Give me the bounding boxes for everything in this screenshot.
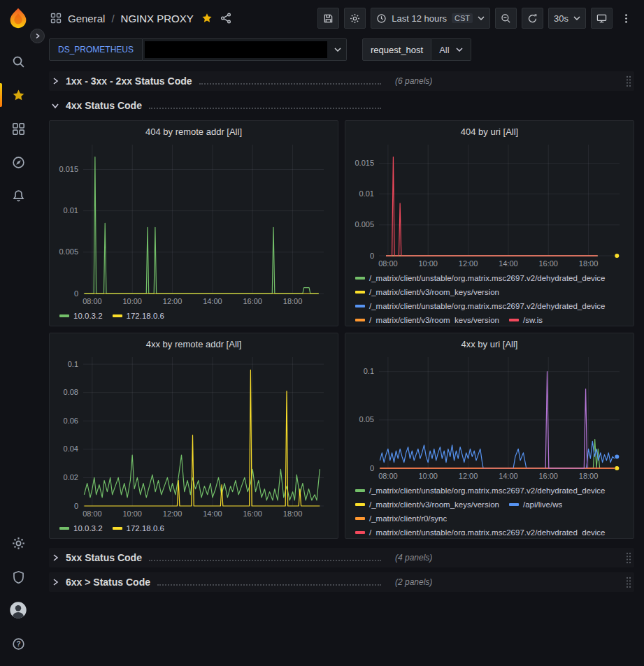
legend-label[interactable]: /_matrix/client/r0/sync <box>369 512 447 526</box>
legend-item[interactable]: /_matrix/client/v3/room_keys/version <box>355 285 499 299</box>
svg-text:0: 0 <box>74 502 78 510</box>
legend-label[interactable]: /_matrix/client/v3/room_keys/version <box>369 285 499 299</box>
row-drag-handle[interactable] <box>625 75 632 87</box>
starred-dashboards-icon[interactable] <box>0 78 36 112</box>
legend-label[interactable]: /api/live/ws <box>523 498 562 512</box>
admin-shield-icon[interactable] <box>0 560 36 593</box>
legend-label[interactable]: /sw.js <box>523 313 543 323</box>
svg-text:18:00: 18:00 <box>579 472 599 480</box>
legend-item[interactable]: /api/live/ws <box>509 498 562 512</box>
request-host-select[interactable]: All <box>431 38 471 61</box>
time-series-chart[interactable]: 00.0050.010.01508:0010:0012:0014:0016:00… <box>351 139 628 270</box>
alerting-bell-icon[interactable] <box>0 179 36 212</box>
dashboards-icon[interactable] <box>0 112 36 145</box>
chevron-down-icon[interactable] <box>51 101 59 110</box>
svg-text:12:00: 12:00 <box>163 297 183 305</box>
legend-label[interactable]: 172.18.0.6 <box>127 309 164 323</box>
help-icon[interactable]: ? <box>0 627 36 660</box>
refresh-button[interactable] <box>522 8 543 29</box>
favorite-star-icon[interactable] <box>201 13 213 24</box>
legend-color-swatch <box>113 527 122 530</box>
panel-title[interactable]: 4xx by uri [All] <box>351 337 628 352</box>
panel-title[interactable]: 404 by uri [All] <box>351 124 628 139</box>
svg-text:18:00: 18:00 <box>283 509 303 518</box>
legend-label[interactable]: 10.0.3.2 <box>73 521 103 535</box>
cycle-view-mode-button[interactable] <box>591 8 613 29</box>
legend-item[interactable]: /_matrix/client/unstable/org.matrix.msc2… <box>355 299 606 313</box>
svg-text:0.005: 0.005 <box>355 220 374 229</box>
save-dashboard-button[interactable] <box>317 8 339 29</box>
legend-label[interactable]: 172.18.0.6 <box>127 521 164 535</box>
legend-item[interactable]: /_matrix/client/v3/room_keys/version <box>355 313 499 323</box>
panel-title[interactable]: 404 by remote addr [All] <box>55 124 332 139</box>
panel-title[interactable]: 4xx by remote addr [All] <box>55 337 332 352</box>
row-title[interactable]: 4xx Status Code <box>66 100 142 111</box>
svg-text:0.015: 0.015 <box>59 165 78 173</box>
datasource-variable-button[interactable]: DS_PROMETHEUS <box>49 38 143 61</box>
legend-item[interactable]: 172.18.0.6 <box>113 309 164 323</box>
chevron-right-icon[interactable] <box>51 77 59 85</box>
legend-item[interactable]: /_matrix/client/unstable/org.matrix.msc2… <box>355 271 606 285</box>
sidebar: ? <box>0 0 36 666</box>
zoom-out-button[interactable] <box>495 8 517 29</box>
legend-label[interactable]: /_matrix/client/unstable/org.matrix.msc2… <box>369 299 606 313</box>
legend-label[interactable]: /_matrix/client/v3/room_keys/version <box>369 498 499 512</box>
legend-item[interactable]: 10.0.3.2 <box>59 521 103 535</box>
svg-text:12:00: 12:00 <box>163 509 183 518</box>
dashboard-settings-button[interactable] <box>344 8 366 29</box>
svg-text:14:00: 14:00 <box>203 297 222 305</box>
time-range-label: Last 12 hours <box>392 13 447 24</box>
svg-text:0.1: 0.1 <box>364 367 374 375</box>
legend-item[interactable]: 172.18.0.6 <box>113 521 164 535</box>
time-series-chart[interactable]: 00.020.040.060.080.108:0010:0012:0014:00… <box>55 352 332 520</box>
legend-item[interactable]: /_matrix/client/unstable/org.matrix.msc2… <box>355 526 606 535</box>
sidebar-expand-chevron[interactable] <box>30 29 45 43</box>
svg-text:12:00: 12:00 <box>459 472 478 480</box>
row-dotted-leader <box>149 103 381 109</box>
legend-label[interactable]: /_matrix/client/v3/room_keys/version <box>369 313 499 323</box>
explore-compass-icon[interactable] <box>0 145 36 179</box>
chevron-right-icon[interactable] <box>51 553 59 562</box>
row-title[interactable]: 1xx - 3xx - 2xx Status Code <box>66 75 192 87</box>
settings-gear-icon[interactable] <box>0 526 36 560</box>
more-options-kebab-button[interactable] <box>617 8 634 29</box>
legend-item[interactable]: /_matrix/client/unstable/org.matrix.msc2… <box>355 484 606 498</box>
save-floppy-icon <box>323 13 334 24</box>
grafana-logo[interactable] <box>7 7 29 29</box>
breadcrumb-separator: / <box>111 13 114 24</box>
top-navbar: General / NGINX PROXY <box>36 0 644 36</box>
legend-item[interactable]: /_matrix/client/v3/room_keys/version <box>355 498 499 512</box>
refresh-interval-dropdown[interactable]: 30s <box>548 8 586 29</box>
legend-item[interactable]: 10.0.3.2 <box>59 309 103 323</box>
legend-color-swatch <box>355 291 365 294</box>
row-title[interactable]: 6xx > Status Code <box>66 577 150 588</box>
user-avatar[interactable] <box>0 593 36 627</box>
legend-item[interactable]: /_matrix/client/r0/sync <box>355 512 447 526</box>
time-series-chart[interactable]: 00.050.108:0010:0012:0014:0016:0018:00 <box>351 352 628 482</box>
svg-text:10:00: 10:00 <box>418 472 438 480</box>
svg-text:0.02: 0.02 <box>64 473 78 482</box>
chevron-down-icon[interactable] <box>329 39 346 60</box>
legend-label[interactable]: /_matrix/client/unstable/org.matrix.msc2… <box>369 484 606 498</box>
search-icon[interactable] <box>0 45 36 78</box>
row-title[interactable]: 5xx Status Code <box>66 552 142 563</box>
row-dotted-leader <box>157 579 381 586</box>
legend-item[interactable]: /sw.js <box>509 313 543 323</box>
legend-color-swatch <box>355 517 365 520</box>
legend-label[interactable]: 10.0.3.2 <box>73 309 103 323</box>
row-drag-handle[interactable] <box>625 576 632 588</box>
row-drag-handle[interactable] <box>625 551 632 564</box>
time-range-picker[interactable]: Last 12 hours CST <box>371 8 490 29</box>
legend-label[interactable]: /_matrix/client/unstable/org.matrix.msc2… <box>369 271 606 285</box>
svg-text:18:00: 18:00 <box>283 297 303 305</box>
svg-text:10:00: 10:00 <box>122 297 142 305</box>
time-series-chart[interactable]: 00.0050.010.01508:0010:0012:0014:0016:00… <box>55 139 332 307</box>
breadcrumb-folder[interactable]: General <box>68 13 105 24</box>
share-icon[interactable] <box>220 13 231 24</box>
chevron-right-icon[interactable] <box>51 578 59 586</box>
legend-label[interactable]: /_matrix/client/unstable/org.matrix.msc2… <box>369 526 606 535</box>
datasource-value-select[interactable] <box>143 38 347 61</box>
svg-text:0.01: 0.01 <box>64 206 78 215</box>
dashboard-grid-icon[interactable] <box>50 13 62 24</box>
svg-text:?: ? <box>16 640 20 648</box>
